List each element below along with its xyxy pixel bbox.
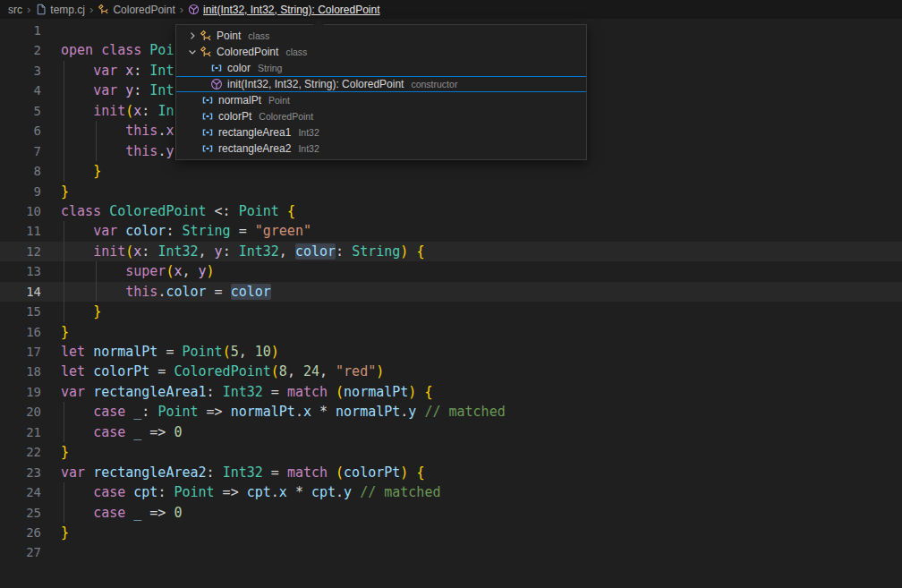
breadcrumb-item-init[interactable]: init(Int32, Int32, String): ColoredPoint xyxy=(188,4,379,16)
line-number: 12 xyxy=(0,242,41,261)
symbol-item-rectanglearea1[interactable]: rectangleArea1Int32 xyxy=(176,124,586,141)
variable-icon xyxy=(201,110,214,123)
constructor-icon xyxy=(188,4,200,15)
code-line-10[interactable]: 10class ColoredPoint <: Point { xyxy=(0,201,902,221)
line-text: case _: Point => normalPt.x * normalPt.y… xyxy=(61,402,506,422)
line-number: 9 xyxy=(0,182,41,201)
code-line-14[interactable]: 14 this.color = color xyxy=(0,282,902,302)
line-number: 13 xyxy=(0,261,41,281)
line-number: 16 xyxy=(0,322,41,342)
line-number: 17 xyxy=(0,342,41,362)
line-text: var x: Int xyxy=(61,61,174,81)
code-line-8[interactable]: 8 } xyxy=(0,161,902,181)
breadcrumb-label: temp.cj xyxy=(50,4,85,16)
chevron-right-icon: › xyxy=(180,4,183,15)
line-number: 20 xyxy=(0,402,41,422)
line-text: open class Poi xyxy=(61,40,174,60)
symbol-label: normalPt xyxy=(218,94,261,107)
symbol-label: Point xyxy=(217,30,241,42)
symbol-detail: Int32 xyxy=(298,127,319,138)
line-number: 7 xyxy=(0,141,41,161)
line-text: } xyxy=(61,523,69,542)
code-line-17[interactable]: 17let normalPt = Point(5, 10) xyxy=(0,342,902,362)
symbol-label: colorPt xyxy=(218,110,251,123)
symbol-item-coloredpoint[interactable]: ColoredPointclass xyxy=(176,44,586,60)
symbol-item-colorpt[interactable]: colorPtColoredPoint xyxy=(176,108,586,124)
symbol-item-rectanglearea2[interactable]: rectangleArea2Int32 xyxy=(176,141,586,157)
line-text: } xyxy=(61,442,69,462)
line-text: super(x, y) xyxy=(61,261,215,281)
line-number: 10 xyxy=(0,201,41,221)
symbol-detail: class xyxy=(248,30,269,41)
code-line-27[interactable]: 27 xyxy=(0,542,902,562)
code-line-20[interactable]: 20 case _: Point => normalPt.x * normalP… xyxy=(0,402,902,422)
variable-icon xyxy=(201,126,214,139)
line-number: 4 xyxy=(0,81,41,100)
breadcrumb-item-coloredpoint[interactable]: ColoredPoint xyxy=(98,4,174,16)
code-line-16[interactable]: 16} xyxy=(0,322,902,342)
code-line-23[interactable]: 23var rectangleArea2: Int32 = match (col… xyxy=(0,463,902,482)
code-line-18[interactable]: 18let colorPt = ColoredPoint(8, 24, "red… xyxy=(0,362,902,381)
line-text: } xyxy=(61,182,69,201)
chevron-right-icon[interactable] xyxy=(185,30,200,41)
symbol-item-point[interactable]: Pointclass xyxy=(176,28,586,44)
line-number: 8 xyxy=(0,161,41,181)
symbol-detail: String xyxy=(258,63,282,73)
line-text: } xyxy=(61,322,69,342)
line-text: case _ => 0 xyxy=(61,422,182,442)
line-text: this.color = color xyxy=(61,282,271,302)
line-number: 1 xyxy=(0,21,41,40)
code-line-9[interactable]: 9} xyxy=(0,182,902,201)
code-line-13[interactable]: 13 super(x, y) xyxy=(0,261,902,281)
chevron-down-icon[interactable] xyxy=(185,47,200,57)
symbol-label: ColoredPoint xyxy=(217,46,278,58)
symbol-label: color xyxy=(227,62,251,74)
breadcrumb-label: init(Int32, Int32, String): ColoredPoint xyxy=(203,4,379,16)
code-line-11[interactable]: 11 var color: String = "green" xyxy=(0,221,902,241)
breadcrumb-item-temp-cj[interactable]: temp.cj xyxy=(35,4,85,16)
line-number: 14 xyxy=(0,282,41,302)
chevron-right-icon: › xyxy=(89,4,93,15)
line-number: 15 xyxy=(0,302,41,321)
variable-icon xyxy=(201,94,214,107)
symbol-label: rectangleArea2 xyxy=(218,142,291,155)
line-number: 18 xyxy=(0,362,41,381)
symbol-item-normalpt[interactable]: normalPtPoint xyxy=(176,92,586,108)
symbol-detail: Int32 xyxy=(298,143,319,154)
breadcrumb-label: src xyxy=(8,4,22,16)
code-line-12[interactable]: 12 init(x: Int32, y: Int32, color: Strin… xyxy=(0,242,902,261)
code-line-24[interactable]: 24 case cpt: Point => cpt.x * cpt.y // m… xyxy=(0,482,902,502)
symbol-label: rectangleArea1 xyxy=(218,126,291,139)
chevron-right-icon: › xyxy=(27,4,30,15)
breadcrumb-item-src[interactable]: src xyxy=(8,4,22,16)
code-line-22[interactable]: 22} xyxy=(0,442,902,462)
line-number: 21 xyxy=(0,422,41,442)
line-text: this.y xyxy=(61,141,174,161)
line-text: } xyxy=(61,161,101,181)
symbol-detail: Point xyxy=(268,95,290,106)
line-number: 19 xyxy=(0,382,41,402)
code-line-15[interactable]: 15 } xyxy=(0,302,902,321)
line-text: } xyxy=(61,302,101,321)
symbol-detail: ColoredPoint xyxy=(259,111,313,122)
line-number: 22 xyxy=(0,442,41,462)
class-icon xyxy=(200,46,212,58)
variable-icon xyxy=(210,62,223,74)
code-line-26[interactable]: 26} xyxy=(0,523,902,542)
symbol-item-init[interactable]: init(Int32, Int32, String): ColoredPoint… xyxy=(176,76,586,92)
code-line-25[interactable]: 25 case _ => 0 xyxy=(0,503,902,523)
line-text: var color: String = "green" xyxy=(61,221,311,241)
code-line-21[interactable]: 21 case _ => 0 xyxy=(0,422,902,442)
line-number: 26 xyxy=(0,523,41,542)
line-text: class ColoredPoint <: Point { xyxy=(61,201,295,221)
symbol-item-color[interactable]: colorString xyxy=(176,60,586,76)
line-number: 11 xyxy=(0,221,41,241)
line-number: 2 xyxy=(0,40,41,60)
line-text: init(x: In xyxy=(61,101,174,121)
line-text: var rectangleArea1: Int32 = match (norma… xyxy=(61,382,432,402)
class-icon xyxy=(200,30,212,42)
constructor-icon xyxy=(210,78,223,90)
code-line-19[interactable]: 19var rectangleArea1: Int32 = match (nor… xyxy=(0,382,902,402)
file-icon xyxy=(35,4,47,15)
symbol-detail: constructor xyxy=(411,79,457,89)
